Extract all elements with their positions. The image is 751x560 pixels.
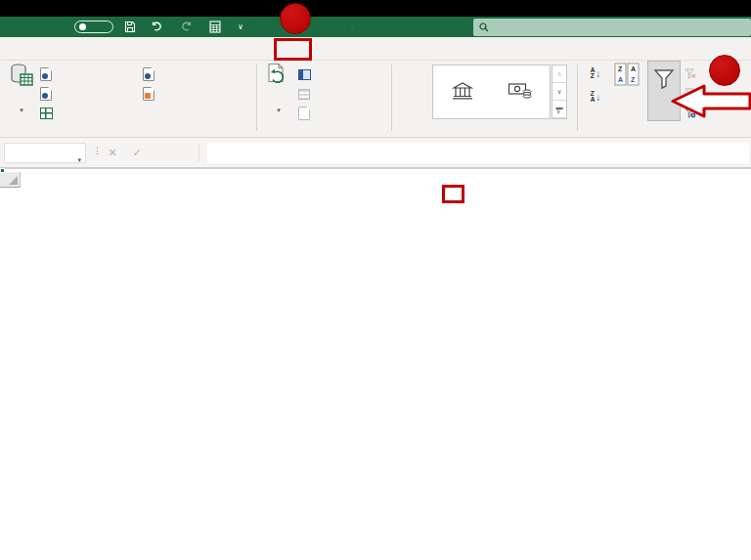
group-get-transform-data: ▾	[0, 61, 256, 137]
svg-text:Z: Z	[631, 76, 636, 83]
sort-icon: Z A A Z	[614, 63, 640, 86]
title-bar: ∨ ∨	[0, 17, 751, 37]
dropdown-icon: ▾	[277, 107, 281, 113]
clear-filter-button[interactable]	[685, 65, 700, 82]
sort-za-button[interactable]: ZA↓	[583, 87, 608, 107]
formula-bar: ▾ ⋮ ✕ ✓	[0, 138, 751, 168]
group-separator	[256, 65, 257, 131]
save-icon[interactable]	[124, 20, 136, 37]
clear-funnel-icon	[685, 68, 696, 79]
properties-icon	[298, 89, 310, 100]
file-text-icon	[40, 67, 52, 81]
name-box[interactable]: ▾	[4, 143, 86, 163]
annotation-arrow-to-filter	[671, 83, 751, 119]
title-dropdown-icon: ∨	[349, 23, 355, 32]
table-grid-icon	[40, 108, 53, 119]
properties-button[interactable]	[298, 85, 314, 103]
undo-icon[interactable]	[150, 20, 164, 37]
get-data-icon	[9, 63, 34, 88]
stocks-button[interactable]	[433, 65, 492, 118]
from-web-button[interactable]	[40, 85, 56, 103]
edit-links-button[interactable]	[298, 105, 314, 122]
annotation-step-1-badge	[280, 3, 311, 34]
currencies-icon	[508, 81, 533, 101]
sort-button[interactable]: Z A A Z	[608, 63, 645, 89]
from-text-csv-button[interactable]	[40, 65, 56, 83]
top-black-bar	[0, 0, 751, 17]
currencies-button[interactable]	[492, 65, 551, 118]
group-separator	[577, 65, 578, 131]
file-connection-icon	[143, 87, 155, 101]
queries-connections-button[interactable]	[298, 65, 315, 83]
gallery-scroll-up[interactable]: ∧	[552, 65, 566, 83]
refresh-all-icon	[267, 63, 290, 88]
formula-bar-resize-handle[interactable]: ⋮	[93, 146, 102, 155]
from-table-range-button[interactable]	[40, 105, 57, 122]
file-web-icon	[40, 87, 52, 101]
annotation-step-2-badge	[709, 55, 740, 86]
refresh-all-button[interactable]: ▾	[262, 63, 295, 116]
formula-input[interactable]	[207, 143, 749, 163]
data-types-gallery	[432, 65, 551, 119]
ribbon-tab-row	[0, 37, 751, 61]
group-separator	[391, 65, 392, 131]
existing-connections-button[interactable]	[143, 85, 158, 103]
sheet-border	[0, 168, 751, 172]
redo-icon[interactable]	[179, 20, 194, 37]
qat-customize-icon[interactable]: ∨	[238, 22, 243, 31]
excel-window: ∨ ∨ ▾	[0, 0, 751, 560]
select-all-corner[interactable]	[0, 172, 21, 188]
name-box-dropdown-icon[interactable]: ▾	[77, 151, 81, 169]
gallery-scroll: ∧ ∨ ▬∨	[552, 65, 567, 119]
get-data-button[interactable]: ▾	[6, 63, 37, 116]
formula-bar-separator	[199, 145, 199, 161]
search-input[interactable]	[473, 19, 751, 36]
group-queries-connections: ▾	[259, 61, 391, 137]
document-title[interactable]: ∨	[344, 21, 355, 32]
touch-mode-icon[interactable]	[209, 20, 221, 37]
spreadsheet-grid	[0, 168, 751, 560]
edit-links-icon	[298, 107, 310, 120]
file-clock-icon	[143, 67, 155, 81]
dropdown-icon: ▾	[20, 107, 23, 113]
search-icon	[479, 22, 489, 32]
svg-text:A: A	[618, 76, 623, 83]
sort-az-button[interactable]: AZ↓	[583, 64, 608, 83]
autosave-toggle[interactable]	[74, 21, 113, 33]
ribbon: ▾	[0, 61, 751, 138]
svg-text:Z: Z	[618, 65, 623, 72]
autosave-toggle-dot	[79, 23, 86, 30]
recent-sources-button[interactable]	[143, 65, 158, 83]
gallery-more-icon[interactable]: ▬∨	[552, 101, 566, 118]
gallery-scroll-down[interactable]: ∨	[552, 83, 566, 101]
svg-text:A: A	[631, 65, 636, 72]
group-data-types: ∧ ∨ ▬∨	[394, 61, 577, 137]
enter-icon[interactable]: ✓	[128, 143, 146, 163]
queries-pane-icon	[298, 69, 311, 80]
stocks-bank-icon	[451, 81, 474, 101]
insert-function-icon[interactable]	[155, 143, 172, 163]
cancel-icon[interactable]: ✕	[104, 143, 121, 163]
